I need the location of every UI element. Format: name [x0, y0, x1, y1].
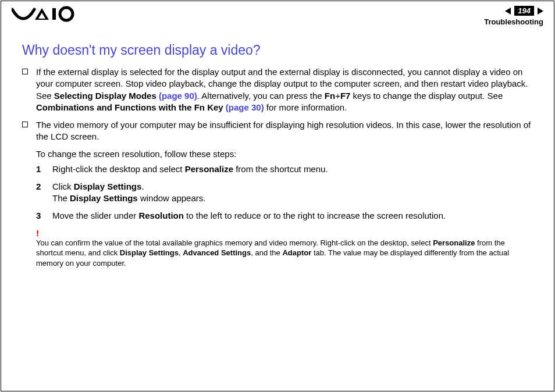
page-title: Why doesn't my screen display a video?	[22, 42, 533, 58]
steps-intro: To change the screen resolution, follow …	[36, 149, 533, 159]
page-link[interactable]: (page 30)	[226, 102, 264, 112]
steps-list: 1 Right-click the desktop and select Per…	[36, 163, 533, 222]
header-right: 194 Troubleshooting	[484, 6, 543, 26]
step-number: 1	[36, 163, 43, 175]
page-number: 194	[514, 6, 534, 16]
svg-point-1	[60, 8, 73, 20]
page-header: 194 Troubleshooting	[1, 1, 554, 26]
bullet-square-icon	[22, 122, 28, 127]
page-frame: 194 Troubleshooting Why doesn't my scree…	[1, 1, 554, 391]
step-text: Click Display Settings.The Display Setti…	[52, 181, 205, 205]
next-page-icon[interactable]	[538, 8, 543, 15]
bullet-item: If the external display is selected for …	[22, 66, 533, 113]
vaio-logo	[12, 6, 76, 22]
bullet-square-icon	[22, 69, 28, 74]
page-nav: 194	[505, 6, 543, 16]
svg-rect-0	[52, 8, 56, 20]
step-text: Right-click the desktop and select Perso…	[52, 163, 328, 175]
section-label: Troubleshooting	[484, 17, 543, 26]
prev-page-icon[interactable]	[505, 8, 511, 15]
bullet-text: If the external display is selected for …	[36, 66, 533, 113]
bullet-text: The video memory of your computer may be…	[36, 119, 533, 143]
step-number: 2	[36, 181, 43, 205]
page-content: Why doesn't my screen display a video? I…	[1, 26, 554, 268]
note-text: You can confirm the value of the total a…	[36, 238, 527, 269]
step-item: 2 Click Display Settings.The Display Set…	[36, 181, 533, 205]
alert-icon: !	[36, 228, 533, 238]
bullet-item: The video memory of your computer may be…	[22, 119, 533, 143]
step-number: 3	[36, 210, 43, 222]
step-item: 3 Move the slider under Resolution to th…	[36, 210, 533, 222]
step-item: 1 Right-click the desktop and select Per…	[36, 163, 533, 175]
page-link[interactable]: (page 90)	[159, 91, 197, 101]
bullet-list: If the external display is selected for …	[22, 66, 533, 143]
step-text: Move the slider under Resolution to the …	[52, 210, 446, 222]
